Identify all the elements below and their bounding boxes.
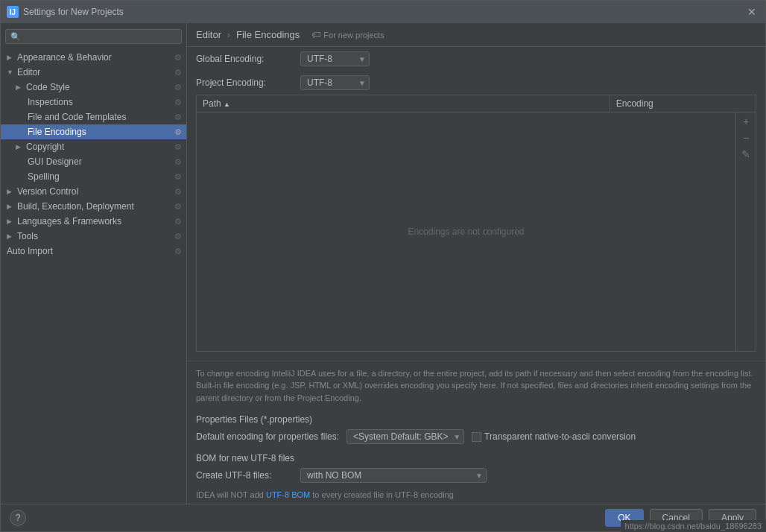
settings-dialog: IJ Settings for New Projects ✕ 🔍 ▶ Appea… — [0, 0, 766, 532]
settings-icon: ⚙ — [174, 157, 182, 167]
breadcrumb-current: File Encodings — [236, 29, 300, 40]
properties-section-title: Properties Files (*.properties) — [196, 414, 756, 425]
sidebar-item-spelling[interactable]: Spelling ⚙ — [1, 169, 186, 184]
table-actions: + − ✎ — [735, 113, 756, 351]
settings-icon: ⚙ — [174, 53, 182, 63]
idea-note-prefix: IDEA will NOT add — [196, 490, 266, 499]
info-text: To change encoding IntelliJ IDEA uses fo… — [187, 361, 765, 411]
sidebar-item-version-control[interactable]: ▶ Version Control ⚙ — [1, 184, 186, 199]
settings-icon: ⚙ — [174, 113, 182, 122]
sidebar-item-label: Spelling — [28, 171, 60, 182]
edit-row-button[interactable]: ✎ — [738, 147, 754, 162]
project-encoding-wrapper: UTF-8 UTF-16 ISO-8859-1 ▼ — [300, 75, 370, 90]
transparent-conversion-checkbox[interactable] — [472, 432, 481, 442]
properties-encoding-label: Default encoding for properties files: — [196, 431, 339, 442]
sidebar-item-tools[interactable]: ▶ Tools ⚙ — [1, 229, 186, 244]
right-panel: Editor › File Encodings 🏷 For new projec… — [187, 23, 765, 504]
table-body-container: Encodings are not configured + − ✎ — [197, 113, 756, 351]
breadcrumb-separator: › — [227, 30, 230, 40]
encodings-table: Path ▲ Encoding Encodings are not config… — [196, 95, 756, 352]
sidebar-item-label: Appearance & Behavior — [17, 52, 112, 63]
arrow-icon: ▶ — [7, 188, 14, 195]
title-bar-left: IJ Settings for New Projects — [7, 6, 124, 18]
sidebar-item-label: Code Style — [26, 82, 70, 92]
global-encoding-dropdown[interactable]: UTF-8 UTF-16 ISO-8859-1 — [300, 51, 370, 66]
panel-header: Editor › File Encodings 🏷 For new projec… — [187, 23, 765, 47]
global-encoding-wrapper: UTF-8 UTF-16 ISO-8859-1 ▼ — [300, 51, 370, 66]
sidebar-item-label: Auto Import — [7, 246, 53, 256]
properties-row: Default encoding for properties files: <… — [196, 429, 756, 444]
sidebar-item-label: Version Control — [17, 186, 78, 197]
dialog-title: Settings for New Projects — [23, 7, 124, 17]
panel-badge: 🏷 For new projects — [311, 29, 384, 40]
close-button[interactable]: ✕ — [744, 4, 759, 19]
bom-label: Create UTF-8 files: — [196, 470, 293, 481]
bom-dropdown-wrapper: with NO BOM with BOM with BOM if Windows… — [300, 468, 487, 483]
sidebar-item-label: File and Code Templates — [28, 112, 127, 122]
arrow-icon: ▶ — [7, 232, 14, 240]
sidebar-item-copyright[interactable]: ▶ Copyright ⚙ — [1, 139, 186, 154]
sidebar-item-label: GUI Designer — [28, 156, 82, 167]
global-encoding-label: Global Encoding: — [196, 54, 293, 64]
settings-icon: ⚙ — [174, 98, 182, 107]
utf8-bom-link[interactable]: UTF-8 BOM — [266, 490, 310, 499]
settings-icon: ⚙ — [174, 68, 182, 77]
remove-row-button[interactable]: − — [739, 130, 753, 145]
bom-section: BOM for new UTF-8 files Create UTF-8 fil… — [187, 449, 765, 487]
sidebar-item-auto-import[interactable]: Auto Import ⚙ — [1, 244, 186, 259]
transparent-conversion-label: Transparent native-to-ascii conversion — [484, 431, 636, 442]
bom-dropdown[interactable]: with NO BOM with BOM with BOM if Windows… — [300, 468, 487, 483]
settings-icon: ⚙ — [174, 232, 182, 241]
search-input[interactable] — [24, 31, 177, 42]
arrow-icon: ▶ — [7, 218, 14, 225]
sidebar-item-code-style[interactable]: ▶ Code Style ⚙ — [1, 80, 186, 95]
help-button[interactable]: ? — [10, 510, 26, 526]
footer-left: ? — [10, 510, 26, 526]
search-icon: 🔍 — [10, 32, 21, 42]
project-encoding-dropdown[interactable]: UTF-8 UTF-16 ISO-8859-1 — [300, 75, 370, 90]
arrow-icon: ▶ — [7, 203, 14, 210]
sidebar-item-appearance[interactable]: ▶ Appearance & Behavior ⚙ — [1, 50, 186, 65]
sort-arrow-icon: ▲ — [224, 101, 230, 108]
sidebar-item-label: Tools — [17, 231, 38, 241]
table-header: Path ▲ Encoding — [197, 95, 756, 113]
settings-icon: ⚙ — [174, 142, 182, 152]
sidebar-item-languages[interactable]: ▶ Languages & Frameworks ⚙ — [1, 214, 186, 229]
breadcrumb-root: Editor — [196, 29, 221, 40]
settings-icon: ⚙ — [174, 202, 182, 212]
project-encoding-row: Project Encoding: UTF-8 UTF-16 ISO-8859-… — [187, 71, 765, 95]
sidebar-item-label: File Encodings — [28, 127, 86, 137]
arrow-icon: ▶ — [16, 143, 23, 151]
sidebar-item-build-execution[interactable]: ▶ Build, Execution, Deployment ⚙ — [1, 199, 186, 214]
settings-icon: ⚙ — [174, 187, 182, 197]
encoding-column-header: Encoding — [610, 95, 756, 112]
transparent-conversion-wrapper: Transparent native-to-ascii conversion — [472, 431, 636, 442]
project-encoding-label: Project Encoding: — [196, 77, 293, 88]
bom-section-title: BOM for new UTF-8 files — [196, 453, 756, 463]
search-box[interactable]: 🔍 — [5, 29, 182, 44]
main-content: 🔍 ▶ Appearance & Behavior ⚙ ▼ Editor ⚙ ▶… — [1, 23, 765, 504]
sidebar: 🔍 ▶ Appearance & Behavior ⚙ ▼ Editor ⚙ ▶… — [1, 23, 187, 504]
sidebar-item-label: Copyright — [26, 142, 64, 152]
title-bar: IJ Settings for New Projects ✕ — [1, 1, 765, 23]
settings-icon: ⚙ — [174, 172, 182, 182]
idea-note: IDEA will NOT add UTF-8 BOM to every cre… — [187, 487, 765, 504]
sidebar-item-editor[interactable]: ▼ Editor ⚙ — [1, 65, 186, 80]
global-encoding-row: Global Encoding: UTF-8 UTF-16 ISO-8859-1… — [187, 47, 765, 71]
sidebar-item-file-code-templates[interactable]: File and Code Templates ⚙ — [1, 110, 186, 124]
table-body: Encodings are not configured — [197, 113, 735, 351]
sidebar-item-file-encodings[interactable]: File Encodings ⚙ — [1, 124, 186, 139]
arrow-icon: ▶ — [7, 54, 14, 61]
arrow-icon: ▼ — [7, 69, 14, 76]
settings-icon: ⚙ — [174, 247, 182, 256]
app-icon: IJ — [7, 6, 19, 18]
arrow-icon: ▶ — [16, 83, 23, 91]
sidebar-item-gui-designer[interactable]: GUI Designer ⚙ — [1, 154, 186, 169]
properties-encoding-wrapper: <System Default: GBK> UTF-8 ISO-8859-1 ▼ — [346, 429, 464, 444]
properties-section: Properties Files (*.properties) Default … — [187, 410, 765, 449]
sidebar-item-label: Build, Execution, Deployment — [17, 201, 134, 212]
sidebar-item-inspections[interactable]: Inspections ⚙ — [1, 95, 186, 110]
settings-icon: ⚙ — [174, 127, 182, 137]
add-row-button[interactable]: + — [739, 114, 753, 129]
properties-encoding-dropdown[interactable]: <System Default: GBK> UTF-8 ISO-8859-1 — [346, 429, 464, 444]
